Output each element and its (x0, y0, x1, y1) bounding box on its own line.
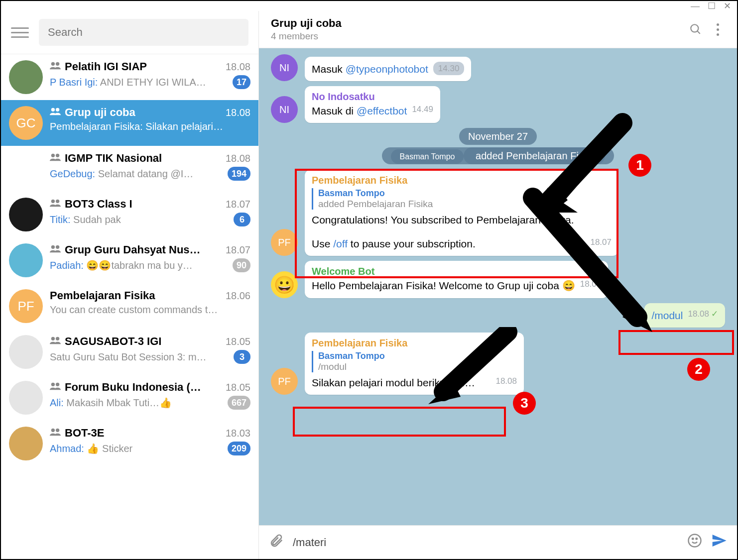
group-icon (50, 62, 61, 72)
svg-point-2 (51, 108, 55, 112)
svg-point-22 (689, 535, 701, 547)
close-icon[interactable]: ✕ (724, 0, 731, 11)
unread-badge: 667 (228, 396, 250, 410)
message-time: 18.08 ✓ (688, 308, 718, 320)
maximize-icon[interactable]: ☐ (708, 0, 716, 11)
chat-title[interactable]: Grup uji coba (271, 17, 681, 30)
unread-badge: 90 (233, 258, 250, 272)
chat-preview: You can create custom commands t… (50, 304, 250, 316)
chat-time: 18.08 (226, 107, 250, 118)
emoji-icon[interactable] (687, 533, 702, 552)
annotation-number-3: 3 (513, 392, 536, 415)
chat-list-item[interactable]: Pelatih IGI SIAP18.08 P Basri Igi: ANDI … (1, 54, 258, 100)
chat-name: BOT3 Class I (65, 198, 222, 211)
unread-badge: 194 (228, 167, 250, 181)
svg-point-7 (56, 200, 59, 203)
unread-badge: 209 (228, 442, 250, 455)
more-icon[interactable] (710, 22, 725, 37)
chat-list-item[interactable]: BOT-3E18.03 Ahmad: 👍 Sticker209 (1, 421, 258, 466)
unread-badge: 6 (234, 213, 250, 226)
group-icon (50, 382, 61, 392)
chat-preview: Satu Guru Satu Bot Session 3: m… (50, 351, 230, 363)
sender-name[interactable]: Pembelajaran Fisika (312, 175, 612, 186)
sender-name[interactable]: Welcome Bot (312, 266, 601, 277)
search-icon[interactable] (688, 22, 703, 37)
chat-name: Grup Guru Dahsyat Nus… (65, 243, 222, 256)
chat-preview: P Basri Igi: ANDI ETHY IGI WILA… (50, 77, 229, 88)
message-time: 18.07 (580, 278, 602, 290)
group-icon (50, 428, 61, 438)
message-time: 18.08 (495, 375, 517, 387)
svg-point-0 (51, 62, 55, 66)
message-bubble-outgoing[interactable]: /modul 18.08 ✓ (644, 303, 725, 328)
chat-avatar (9, 152, 43, 186)
svg-point-14 (51, 429, 55, 432)
chat-list-item[interactable]: Grup Guru Dahsyat Nus…18.07 Padiah: 😄😄ta… (1, 237, 258, 283)
message-time: 14.49 (412, 104, 433, 115)
chat-name: BOT-3E (65, 427, 222, 440)
attach-icon[interactable] (269, 533, 284, 552)
avatar[interactable]: PF (271, 368, 298, 395)
search-input[interactable] (39, 19, 248, 46)
message-bubble[interactable]: Masuk @typeonphotobot 14.30 (305, 57, 471, 81)
messages-area[interactable]: NI Masuk @typeonphotobot 14.30 NI No Ind… (259, 48, 737, 525)
svg-point-16 (691, 24, 698, 32)
chat-time: 18.07 (226, 199, 250, 210)
service-message: Basman Tompo added Pembelajaran Fisika (271, 150, 725, 162)
chat-list-item[interactable]: PF Pembelajaran Fisika18.06 You can crea… (1, 283, 258, 329)
chat-preview: Ahmad: 👍 Sticker (50, 443, 224, 454)
svg-point-1 (56, 62, 59, 66)
message-bubble[interactable]: Welcome Bot Hello Pembelajaran Fisika! W… (305, 261, 608, 298)
chat-list[interactable]: Pelatih IGI SIAP18.08 P Basri Igi: ANDI … (1, 54, 258, 559)
chat-time: 18.03 (226, 428, 250, 439)
message-bubble[interactable]: No Indosatku Masuk di @effectbot 14.49 (305, 86, 440, 123)
chat-avatar (9, 198, 43, 231)
chat-avatar: PF (9, 289, 43, 323)
chat-preview: Titik: Sudah pak (50, 214, 230, 225)
chat-list-item[interactable]: GC Grup uji coba18.08 Pembelajaran Fisik… (1, 100, 258, 146)
sender-name[interactable]: Pembelajaran Fisika (312, 337, 517, 349)
menu-icon[interactable] (11, 23, 29, 41)
unread-badge: 17 (233, 75, 250, 89)
command-link[interactable]: /modul (651, 310, 683, 321)
message-input[interactable] (293, 536, 678, 549)
svg-point-11 (56, 337, 59, 340)
svg-point-6 (51, 200, 55, 203)
message-bubble[interactable]: Pembelajaran Fisika Basman Tompo /modul … (305, 333, 524, 395)
command-link[interactable]: /off (333, 238, 348, 249)
svg-point-3 (56, 108, 59, 112)
avatar[interactable]: PF (271, 229, 298, 256)
chat-list-item[interactable]: Forum Buku Indonesia (…18.05 Ali: Makasi… (1, 375, 258, 421)
svg-point-12 (51, 383, 55, 386)
reply-quote[interactable]: Basman Tompo added Pembelajaran Fisika (312, 188, 612, 210)
chat-list-item[interactable]: BOT3 Class I18.07 Titik: Sudah pak6 (1, 192, 258, 237)
reply-quote[interactable]: Basman Tompo /modul (312, 351, 517, 372)
avatar[interactable]: NI (271, 54, 298, 81)
chat-list-item[interactable]: IGMP TIK Nasional18.08 GeDebug: Selamat … (1, 146, 258, 192)
check-icon: ✓ (711, 308, 718, 320)
svg-point-9 (56, 245, 59, 249)
chat-name: SAGUSABOT-3 IGI (65, 335, 222, 348)
message-bubble[interactable]: Pembelajaran Fisika Basman Tompo added P… (305, 170, 618, 256)
chat-avatar (9, 335, 43, 369)
minimize-icon[interactable]: — (691, 1, 700, 11)
chat-name: Grup uji coba (65, 106, 222, 119)
chat-members[interactable]: 4 members (271, 31, 681, 42)
mention-link[interactable]: @effectbot (357, 105, 407, 116)
chat-list-item[interactable]: SAGUSABOT-3 IGI18.05 Satu Guru Satu Bot … (1, 329, 258, 375)
mention-link[interactable]: @typeonphotobot (346, 63, 428, 75)
avatar[interactable]: 😀 (271, 271, 298, 298)
window-controls[interactable]: — ☐ ✕ (1, 1, 737, 11)
main-panel: Grup uji coba 4 members NI Masuk @typeon… (259, 11, 737, 559)
chat-time: 18.08 (226, 61, 250, 73)
svg-line-17 (697, 31, 700, 33)
chat-time: 18.06 (226, 290, 250, 302)
sender-name[interactable]: No Indosatku (312, 91, 433, 103)
group-icon (50, 336, 61, 346)
send-icon[interactable] (711, 533, 727, 552)
avatar[interactable]: NI (271, 96, 298, 123)
group-icon (50, 199, 61, 209)
chat-preview: Padiah: 😄😄tabrakn ma bu y… (50, 259, 229, 271)
chat-time: 18.05 (226, 336, 250, 347)
svg-point-8 (51, 245, 55, 249)
